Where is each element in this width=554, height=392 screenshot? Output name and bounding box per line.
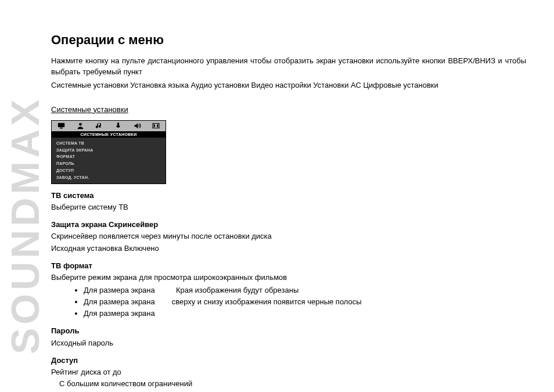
list-item: Для размера экрана Края изображения буду… (84, 285, 526, 296)
tv-format-label: ТВ формат (51, 260, 526, 272)
access-sub-2: С маленьким количеством ограничений (51, 390, 526, 392)
page-title: Операции с меню (51, 33, 526, 48)
music-icon (89, 122, 109, 130)
person-icon (71, 122, 90, 130)
screenshot-items: СИСТЕМА ТВ ЗАЩИТА ЭКРАНА ФОРМАТ ПАРОЛЬ Д… (52, 138, 166, 184)
tv-system-line: Выберите систему ТВ (51, 202, 526, 213)
svg-rect-3 (117, 123, 119, 127)
tv-system-label: ТВ система (51, 190, 526, 202)
mic-icon (109, 122, 128, 130)
screensaver-line-2: Исходная установка Включено (51, 243, 526, 254)
screenshot-iconbar (52, 121, 166, 131)
screenshot-item: ПАРОЛЬ (56, 160, 166, 167)
screensaver-label: Защита экрана Скринсейвер (51, 219, 526, 231)
intro-paragraph-1: Нажмите кнопку на пульте дистанционного … (51, 56, 526, 78)
bullet-b: сверху и снизу изображения появится черн… (172, 297, 362, 306)
access-label: Доступ (51, 355, 526, 366)
password-line: Исходный пароль (51, 337, 526, 349)
screenshot-item: ЗАЩИТА ЭКРАНА (56, 147, 166, 154)
system-settings-heading: Системные установки (51, 104, 526, 116)
password-label: Пароль (51, 325, 526, 337)
screenshot-item: ДОСТУП (56, 167, 166, 174)
list-item: Для размера экрана сверху и снизу изобра… (84, 296, 526, 308)
screenshot-item: ФОРМАТ (56, 153, 166, 160)
bullet-a: Для размера экрана (84, 309, 155, 318)
screenshot-header: СИСТЕМНЫЕ УСТАНОВКИ (52, 131, 166, 138)
settings-screenshot: СИСТЕМНЫЕ УСТАНОВКИ СИСТЕМА ТВ ЗАЩИТА ЭК… (51, 120, 166, 184)
page: SOUNDMAX Операции с меню Нажмите кнопку … (0, 0, 554, 392)
bullet-a: Для размера экрана (84, 286, 155, 294)
svg-rect-0 (58, 123, 64, 127)
screenshot-item: ЗАВОД. УСТАН. (56, 174, 166, 181)
monitor-icon (52, 122, 71, 130)
bullet-b: Края изображения будут обрезаны (176, 286, 298, 294)
bullet-a: Для размера экрана (84, 297, 155, 306)
access-line-1: Рейтинг диска от до (51, 366, 526, 378)
tv-format-bullets: Для размера экрана Края изображения буду… (51, 285, 526, 319)
brand-logo: SOUNDMAX (2, 96, 48, 354)
screensaver-line-1: Скринсейвер появляется через минуты посл… (51, 231, 526, 242)
screenshot-item: СИСТЕМА ТВ (56, 140, 166, 147)
svg-point-2 (79, 123, 82, 126)
intro-paragraph-2: Системные установки Установка языка Ауди… (51, 80, 526, 91)
dolby-icon (146, 122, 166, 130)
access-sub-1: С большим количеством ограничений (51, 378, 526, 390)
list-item: Для размера экрана (84, 308, 526, 319)
svg-rect-1 (60, 128, 63, 129)
tv-format-line: Выберите режим экрана для просмотра широ… (51, 272, 526, 283)
speaker-icon (128, 122, 147, 130)
